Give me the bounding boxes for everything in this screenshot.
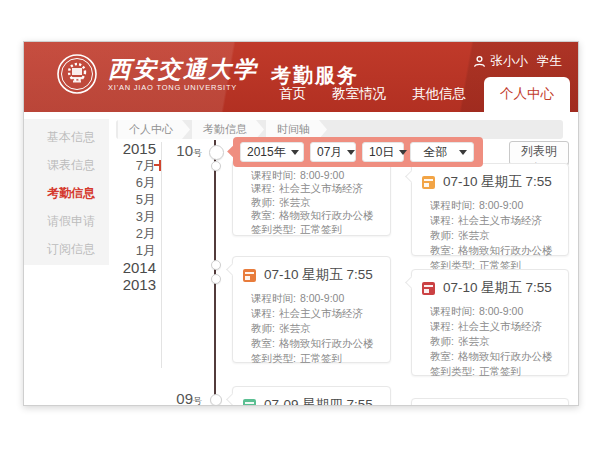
- timeline-nav-item-6[interactable]: 2月: [110, 225, 156, 242]
- app-window: 西安交通大学 XI'AN JIAO TONG UNIVERSITY 考勤服务 张…: [23, 41, 579, 406]
- month-dropdown[interactable]: 07月: [310, 142, 356, 162]
- calendar-icon: [422, 176, 435, 189]
- university-name-en: XI'AN JIAO TONG UNIVERSITY: [108, 83, 258, 92]
- user-role: 学生: [537, 53, 562, 70]
- user-info[interactable]: 张小小 学生: [473, 53, 563, 70]
- timeline-nav-item-9[interactable]: 2013: [110, 276, 156, 293]
- attendance-field: 课程时间:8:00-9:00: [430, 304, 562, 319]
- calendar-icon: [422, 282, 435, 295]
- field-value: 社会主义市场经济: [458, 214, 542, 226]
- sidebar-item-2[interactable]: 课表信息: [24, 151, 109, 179]
- timeline-nav-item-5[interactable]: 3月: [110, 208, 156, 225]
- nav-tab-2[interactable]: 教室情况: [319, 85, 399, 112]
- field-label: 课程:: [251, 307, 275, 319]
- attendance-field: 课程时间:8:00-9:00: [251, 169, 384, 182]
- brand-text: 西安交通大学 XI'AN JIAO TONG UNIVERSITY: [108, 57, 258, 92]
- calendar-icon-mark: [245, 272, 254, 274]
- type-dropdown[interactable]: 全部: [410, 142, 474, 162]
- timeline-nav-item-8[interactable]: 2014: [110, 259, 156, 276]
- field-value: 8:00-9:00: [300, 292, 344, 304]
- day-label-10: 10号: [162, 142, 202, 160]
- timeline-nav-item-2[interactable]: 7月: [110, 157, 156, 174]
- field-value: 正常签到: [300, 352, 342, 364]
- card-title: 07-09 星期四 7:55: [264, 396, 373, 406]
- field-value: 格物致知行政办公楼: [458, 244, 553, 256]
- nav-tab-3[interactable]: 其他信息: [399, 85, 479, 112]
- field-label: 教室:: [430, 244, 454, 256]
- day-number: 09: [176, 390, 193, 406]
- attendance-field: 课程时间:8:00-9:00: [251, 291, 384, 306]
- card-header: 07-10 星期五 7:55: [233, 257, 390, 284]
- sidebar-item-4[interactable]: 请假申请: [24, 207, 109, 235]
- attendance-field: 课程时间:8:00-9:00: [430, 198, 562, 213]
- calendar-icon-mark: [245, 276, 250, 280]
- card-title: 07-10 星期五 7:55: [443, 173, 552, 191]
- caret-down-icon: [399, 150, 407, 155]
- attendance-card-r3-right: [411, 398, 569, 406]
- filter-bar: 2015年07月10日全部: [233, 137, 483, 167]
- timeline-nav-item-1[interactable]: 2015: [110, 140, 156, 157]
- field-label: 签到类型:: [430, 365, 475, 377]
- attendance-field: 教师:张芸京: [251, 321, 384, 336]
- attendance-card-r3-left: 07-09 星期四 7:55: [232, 386, 391, 406]
- nav-tab-4[interactable]: 个人中心: [484, 77, 570, 112]
- field-value: 张芸京: [458, 229, 490, 241]
- field-value: 社会主义市场经济: [279, 182, 363, 194]
- sidebar-item-5[interactable]: 订阅信息: [24, 235, 109, 263]
- field-value: 社会主义市场经济: [279, 307, 363, 319]
- card-title: 07-10 星期五 7:55: [264, 266, 373, 284]
- field-value: 格物致知行政办公楼: [279, 209, 374, 221]
- field-value: 张芸京: [279, 196, 311, 208]
- attendance-field: 教师:张芸京: [430, 334, 562, 349]
- sidebar-item-3[interactable]: 考勤信息: [24, 179, 109, 207]
- university-logo: [56, 53, 98, 95]
- field-label: 教师:: [430, 335, 454, 347]
- dropdown-value: 10日: [369, 144, 394, 161]
- calendar-icon-mark: [424, 285, 433, 287]
- field-value: 张芸京: [279, 322, 311, 334]
- field-label: 课程:: [430, 214, 454, 226]
- field-value: 正常签到: [300, 223, 342, 235]
- timeline-axis: [214, 140, 216, 405]
- user-name: 张小小: [491, 53, 529, 70]
- field-value: 社会主义市场经济: [458, 320, 542, 332]
- attendance-field: 课程:社会主义市场经济: [251, 182, 384, 195]
- field-label: 签到类型:: [251, 352, 296, 364]
- field-label: 教室:: [251, 337, 275, 349]
- field-value: 8:00-9:00: [479, 199, 523, 211]
- calendar-icon-mark: [424, 179, 433, 181]
- timeline-dot: [210, 394, 222, 406]
- timeline-nav-item-4[interactable]: 5月: [110, 191, 156, 208]
- timeline-dot: [211, 274, 221, 284]
- field-label: 课程时间:: [251, 169, 296, 181]
- field-value: 格物致知行政办公楼: [279, 337, 374, 349]
- timeline-year-list: 20157月6月5月3月2月1月20142013: [110, 140, 156, 293]
- attendance-field: 课程:社会主义市场经济: [430, 319, 562, 334]
- field-label: 教师:: [251, 196, 275, 208]
- field-label: 课程时间:: [430, 305, 475, 317]
- attendance-field: 签到类型:正常签到: [251, 351, 384, 366]
- card-header: 07-10 星期五 7:55: [412, 270, 568, 297]
- attendance-card-r1-left: 课程时间:8:00-9:00课程:社会主义市场经济教师:张芸京教室:格物致知行政…: [232, 159, 391, 236]
- card-body: 课程时间:8:00-9:00课程:社会主义市场经济教师:张芸京教室:格物致知行政…: [233, 284, 390, 366]
- field-value: 张芸京: [458, 335, 490, 347]
- person-icon: [473, 55, 486, 68]
- day-dropdown[interactable]: 10日: [362, 142, 404, 162]
- field-label: 教室:: [251, 209, 275, 221]
- list-detail-button[interactable]: 列表明细: [509, 141, 569, 165]
- attendance-card-r2-left: 07-10 星期五 7:55课程时间:8:00-9:00课程:社会主义市场经济教…: [232, 256, 391, 363]
- nav-tab-1[interactable]: 首页: [266, 85, 319, 112]
- card-body: 课程时间:8:00-9:00课程:社会主义市场经济教师:张芸京教室:格物致知行政…: [412, 191, 568, 273]
- attendance-field: 课程:社会主义市场经济: [430, 213, 562, 228]
- sidebar-item-1[interactable]: 基本信息: [24, 123, 109, 151]
- breadcrumb-item-1[interactable]: 个人中心: [118, 120, 190, 139]
- main-nav: 首页教室情况其他信息个人中心: [266, 77, 570, 112]
- dropdown-value: 全部: [424, 144, 448, 161]
- field-label: 教师:: [251, 322, 275, 334]
- caret-down-icon: [459, 150, 467, 155]
- content-area: 基本信息课表信息考勤信息请假申请订阅信息 个人中心考勤信息时间轴 20157月6…: [24, 112, 578, 405]
- attendance-field: 教室:格物致知行政办公楼: [251, 209, 384, 222]
- timeline-nav-item-7[interactable]: 1月: [110, 242, 156, 259]
- year-dropdown[interactable]: 2015年: [240, 142, 304, 162]
- timeline-nav-item-3[interactable]: 6月: [110, 174, 156, 191]
